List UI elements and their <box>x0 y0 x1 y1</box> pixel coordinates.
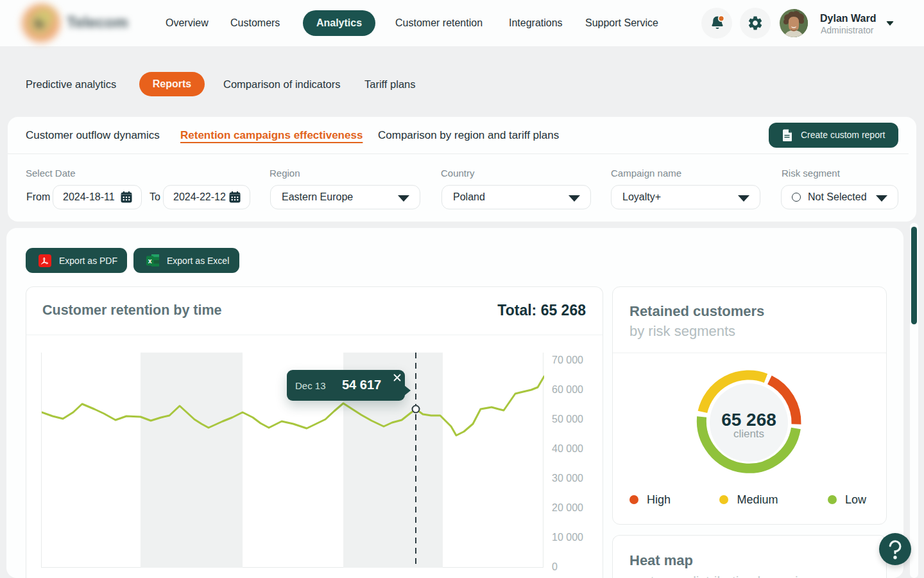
svg-text:x: x <box>148 257 152 265</box>
